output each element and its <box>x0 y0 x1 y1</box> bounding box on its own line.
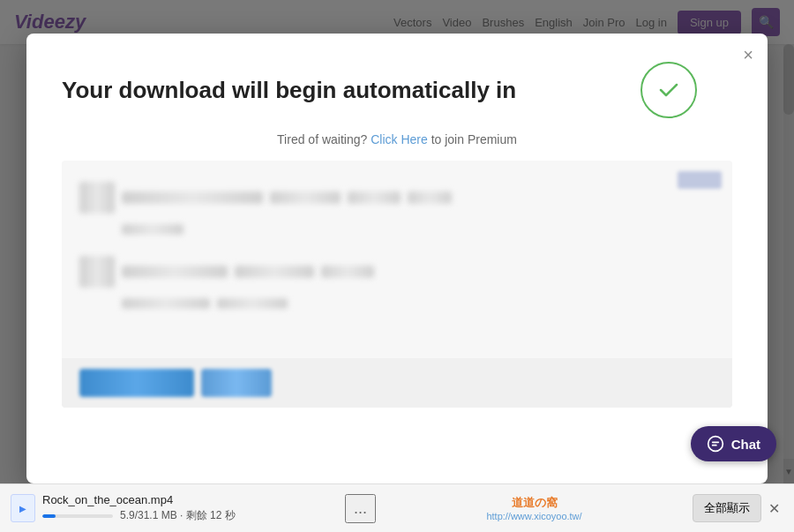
blurred-content-area <box>62 161 732 408</box>
watermark: 道道の窩 http://www.xicoyoo.tw/ <box>383 495 685 521</box>
blur-text-5 <box>122 266 228 278</box>
svg-point-0 <box>708 437 723 452</box>
blur-bottom-bar <box>62 358 732 408</box>
blur-download-btn <box>79 369 194 397</box>
download-file-icon: ▶ <box>11 494 35 522</box>
blur-avatar-1 <box>79 182 115 214</box>
blur-action-btn <box>201 369 272 397</box>
download-filename: Rock_on_the_ocean.mp4 <box>42 493 345 506</box>
blur-text-3 <box>348 191 401 204</box>
chat-icon <box>707 435 724 453</box>
modal-title: Your download will begin automatically i… <box>62 77 623 104</box>
modal-close-button[interactable]: × <box>743 46 753 64</box>
blur-row-3 <box>62 242 732 295</box>
blur-sub-2 <box>122 298 210 309</box>
download-info: Rock_on_the_ocean.mp4 5.9/31.1 MB · 剩餘 1… <box>42 493 345 523</box>
subtitle-text: Tired of waiting? <box>277 132 367 146</box>
watermark-logo: 道道の窩 <box>512 495 558 511</box>
blur-text-4 <box>408 191 452 204</box>
corner-blur <box>678 171 722 189</box>
blur-avatar-2 <box>79 256 115 288</box>
modal-header: Your download will begin automatically i… <box>26 34 768 132</box>
subtitle-suffix-text: to join Premium <box>431 132 517 146</box>
blur-sub-1 <box>122 224 184 235</box>
close-download-button[interactable]: ✕ <box>765 497 783 521</box>
blur-text-1 <box>122 191 263 204</box>
watermark-url: http://www.xicoyoo.tw/ <box>486 511 581 521</box>
blur-sub-3 <box>217 298 288 309</box>
progress-bar-container <box>42 514 113 518</box>
chat-button[interactable]: Chat <box>691 426 776 461</box>
blur-row-1 <box>62 161 732 221</box>
download-modal: × Your download will begin automatically… <box>26 34 768 483</box>
download-progress-row: 5.9/31.1 MB · 剩餘 12 秒 <box>42 508 345 523</box>
download-status: 5.9/31.1 MB · 剩餘 12 秒 <box>120 508 236 523</box>
blur-text-6 <box>235 266 314 278</box>
show-all-button[interactable]: 全部顯示 <box>693 494 761 522</box>
premium-link[interactable]: Click Here <box>371 132 428 146</box>
progress-bar-fill <box>42 514 56 518</box>
download-bar: ▶ Rock_on_the_ocean.mp4 5.9/31.1 MB · 剩餘… <box>0 483 794 532</box>
blur-text-7 <box>321 266 374 278</box>
check-circle-icon <box>640 62 697 118</box>
download-more-button[interactable]: ... <box>345 494 376 523</box>
blur-text-2 <box>270 191 341 204</box>
blur-row-2 <box>104 221 732 242</box>
chat-label: Chat <box>731 437 760 452</box>
blur-row-4 <box>104 295 732 316</box>
modal-subtitle: Tired of waiting? Click Here to join Pre… <box>26 132 768 161</box>
